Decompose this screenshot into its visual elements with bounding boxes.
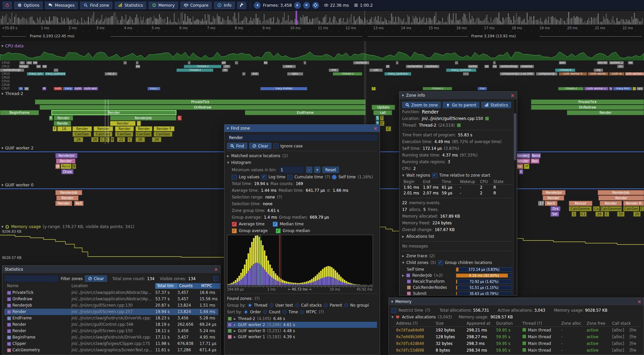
close-icon[interactable]: × [511,93,515,98]
sort-by-order-radio[interactable] [244,310,248,314]
expand-icon[interactable]: ▶ [402,274,404,277]
column-header-thread[interactable]: Thread (?) [522,321,542,326]
column-header-address[interactable]: Address (?) [396,321,418,326]
collapse-icon[interactable]: ▼ [391,300,393,303]
alloc-callstack-link[interactable]: [alloc] [612,340,624,347]
column-header-size[interactable]: Size [436,321,444,326]
memory-button[interactable]: Memory [149,2,178,9]
increment-button[interactable]: + [314,167,320,173]
wait-table-row[interactable]: 2.01 ms2.07 ms59 µs-2R [402,190,512,196]
table-row[interactable]: EndFramejni/../jni/src/claw/gfx/drv/vk/D… [4,315,218,321]
zoom-to-zone-button[interactable]: Zoom to zone [402,102,441,108]
free-callstack-link[interactable]: [fre [630,334,636,340]
frame-set-dropdown-button[interactable] [303,2,310,9]
table-row[interactable]: CalcGeometryjni/../jni/src/claw/graphics… [4,347,218,353]
close-icon[interactable]: × [214,267,218,272]
collapse-icon[interactable]: ▼ [402,94,404,97]
column-header-zone-alloc[interactable]: Zone alloc [561,321,581,326]
options-button[interactable]: Options [14,2,43,9]
table-row[interactable]: Renderjni/../jni/src/guif/Control.cpp:34… [4,321,218,328]
column-header[interactable]: CPU [480,179,488,184]
column-header[interactable]: Begin [404,179,415,184]
cumulate-time-checkbox[interactable] [287,175,292,180]
stats-option-checkbox[interactable] [213,276,218,281]
sort-by-mtpc-radio[interactable] [300,310,304,314]
zone-location[interactable]: jni/../jni/src/guif/Screen.cpp:150 [422,116,483,121]
allocation-row[interactable]: 0x7e049b3d00128 bytes298.27 ms59.95 sMai… [391,334,641,340]
find-zone-button[interactable]: Find zone [80,2,112,9]
sort-by-time-radio[interactable] [282,310,286,314]
relative-time-checkbox[interactable] [432,173,437,178]
wait-regions-header[interactable]: ▼ Wait regions Time relative to zone sta… [402,172,512,178]
group-by-no-groupi-radio[interactable] [344,303,348,307]
free-callstack-link[interactable]: [fre [630,327,636,334]
found-zone-group[interactable]: ▶Thread-2(4,105)6.46 s [227,316,377,322]
find-zone-titlebar[interactable]: ▼ Find zone × [224,125,380,132]
compare-button[interactable]: Compare [180,2,212,9]
column-header-counts[interactable]: Counts [177,283,201,289]
column-header-location[interactable]: Location [71,283,153,289]
ignore-case-checkbox[interactable] [273,143,278,148]
statistics-titlebar[interactable]: Statistics × [2,266,220,273]
zone-statistics-button[interactable]: Statistics [481,102,511,108]
self-time-checkbox[interactable] [332,175,336,179]
expand-icon[interactable]: ▶ [234,323,236,326]
allocations-list-header[interactable]: ▶Allocations list [402,233,512,239]
decrement-button[interactable]: - [306,167,312,173]
find-button[interactable]: Find [227,143,247,149]
find-zone-search-input[interactable] [227,134,378,141]
info-button[interactable]: Info [214,2,235,9]
table-row[interactable]: Renderjni/../jni/src/guif/Screen.cpp:150… [4,328,218,334]
frame-label-3193[interactable]: Frame 3,193 (22.45 ms) [28,34,77,38]
frame-marker[interactable] [296,11,297,25]
column-header[interactable]: End [423,179,430,184]
power-button[interactable] [3,2,12,9]
histogram-section-header[interactable]: ▼ Histogram [227,160,377,166]
prev-frame-button[interactable] [254,2,261,9]
found-zone-group[interactable]: ▶GUIF worker 1(3,192)4.39 s [227,334,377,340]
restrict-time-checkbox[interactable] [391,308,396,313]
time-ruler[interactable]: +55.83 s 1 ms2 ms3 ms4 ms5 ms6 ms7 ms8 m… [0,25,644,33]
group-median-checkbox[interactable] [276,228,281,233]
table-row[interactable]: Renderjni/../jni/src/guif/Screen.cpp:257… [4,309,218,315]
child-zone-row[interactable]: Self time172.14 µs (3.83%) [402,266,512,272]
zone-thread[interactable]: Thread-2 [419,123,436,128]
group-by-user-text-radio[interactable] [269,303,273,307]
scrollbar-thumb[interactable] [514,113,516,160]
scrollbar-track[interactable] [513,100,517,295]
table-row[interactable]: PrivateTickjni/../jni/src/claw/applicati… [4,290,218,296]
median-time-checkbox[interactable] [273,222,278,227]
group-by-call-stacks-radio[interactable] [295,303,299,307]
filter-zones-input[interactable] [4,275,59,282]
table-row[interactable]: Clipperjni/../jni/src/claw/gfx/geo/Clipp… [4,341,218,347]
column-header-total-tim[interactable]: Total tim [155,283,179,289]
histogram-chart[interactable] [227,235,373,286]
collapse-icon[interactable]: ▼ [227,127,229,130]
statistics-button[interactable]: Statistics [115,2,146,9]
go-to-parent-button[interactable]: Go to parent [443,102,479,108]
zone-info-titlebar[interactable]: ▼ Zone info × [399,92,517,99]
allocation-row[interactable]: 0x7dfaa64e00192 bytes298.21 ms59.95 sMai… [391,327,641,334]
next-frame-button[interactable] [294,2,301,9]
column-header-mtpc[interactable]: MTPC [200,283,221,289]
zone-trace-header[interactable]: ▶Zone trace(2) [402,253,512,259]
group-average-checkbox[interactable] [232,228,237,233]
close-icon[interactable]: × [373,126,377,131]
frame-label-3194[interactable]: Frame 3,194 (13.92 ms) [469,34,518,38]
column-header-zone-free[interactable]: Zone free [587,321,605,326]
column-header-duration[interactable]: Duration [496,321,513,326]
child-zones-header[interactable]: ▼ Child zones(5) Group children location… [402,260,512,266]
clear-filter-button[interactable]: Clear [85,275,107,282]
group-by-parent-radio[interactable] [324,303,328,307]
column-header[interactable]: State [493,179,503,184]
expand-icon[interactable]: ▶ [234,336,236,339]
min-bin-input[interactable] [279,166,304,173]
frame-band[interactable]: Frame 3,193 (22.45 ms) Frame 3,194 (13.9… [0,32,644,41]
matched-source-locations[interactable]: ▶ Matched source locations(1) [227,153,377,159]
column-header[interactable]: Wakeup [460,179,475,184]
column-header-name[interactable]: Name [7,283,69,289]
table-row[interactable]: RenderJobjni/../jni/src/guif/Screen.cpp:… [4,302,218,309]
tools-button[interactable] [237,2,246,9]
column-header-call-stack[interactable]: Call stack [612,321,631,326]
wait-table-row[interactable]: 1.91 ms1.97 ms61 µs-2R [402,185,512,190]
